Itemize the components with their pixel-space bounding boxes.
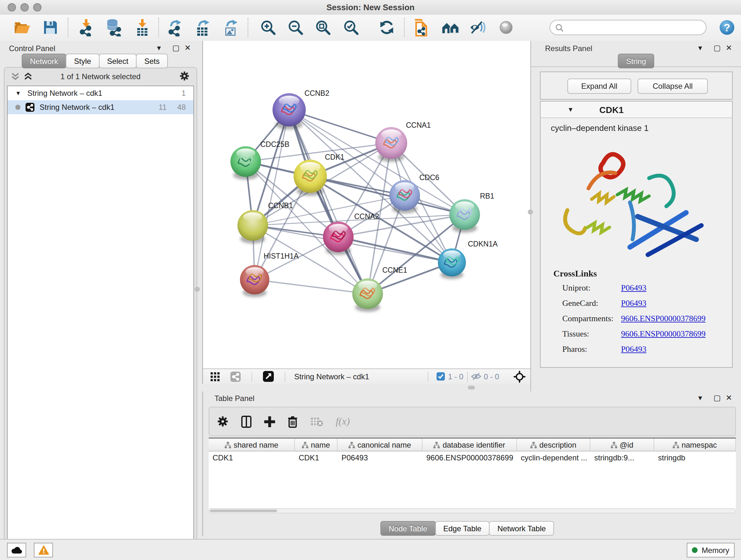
crosslink-value-link[interactable]: 9606.ENSP00000378699	[621, 329, 705, 339]
left-splitter-handle[interactable]	[195, 287, 200, 292]
column-header-description[interactable]: description	[517, 439, 590, 451]
edge-CDC6-CCNB1[interactable]	[253, 195, 405, 226]
tab-string[interactable]: String	[618, 54, 655, 68]
zoom-out-icon[interactable]	[284, 17, 307, 38]
tab-select[interactable]: Select	[98, 54, 137, 68]
expand-all-button[interactable]: Expand All	[567, 78, 631, 94]
column-header-shared-name[interactable]: shared name	[209, 439, 295, 451]
table-panel-title: Table Panel	[214, 394, 254, 403]
nested-network-icon[interactable]	[439, 17, 462, 38]
zoom-selected-icon[interactable]	[340, 17, 362, 38]
cloud-icon	[11, 546, 22, 554]
table-cell[interactable]: stringdb:9...	[590, 451, 654, 463]
column-header-namespac[interactable]: namespac	[654, 439, 736, 451]
column-tree-icon	[434, 442, 440, 448]
node-CCNA1[interactable]	[375, 127, 407, 162]
birds-eye-crosshair-icon[interactable]	[513, 370, 526, 383]
hide-graphics-details-icon[interactable]	[467, 17, 489, 38]
save-session-icon[interactable]	[39, 17, 62, 38]
selected-checkbox-icon[interactable]	[436, 372, 445, 381]
collection-expander-icon[interactable]: ▼	[15, 90, 21, 97]
node-CDC25B[interactable]	[230, 146, 261, 180]
export-table-icon[interactable]	[192, 17, 214, 38]
node-CCNB2[interactable]	[273, 93, 306, 129]
cloud-button[interactable]	[7, 543, 26, 557]
control-panel-close-icon[interactable]: ✕	[185, 44, 191, 52]
show-graphics-details-icon[interactable]	[495, 17, 518, 38]
show-columns-icon[interactable]	[241, 415, 252, 428]
node-CDC6[interactable]	[389, 180, 420, 213]
crosslink-value-link[interactable]: 9606.ENSP00000378699	[621, 314, 705, 324]
collapse-all-button[interactable]: Collapse All	[637, 78, 708, 94]
network-options-gear-icon[interactable]	[179, 71, 190, 81]
tab-network-table[interactable]: Network Table	[489, 521, 554, 536]
first-neighbors-icon[interactable]	[410, 17, 433, 38]
table-cell[interactable]: 9606.ENSP00000378699	[422, 451, 517, 463]
column-header-database-identifier[interactable]: database identifier	[422, 439, 517, 451]
table-panel-close-icon[interactable]: ✕	[726, 394, 732, 401]
export-network-icon[interactable]	[163, 17, 186, 38]
table-settings-gear-icon[interactable]	[217, 416, 228, 427]
column-header-@id[interactable]: @id	[590, 439, 654, 451]
column-header-canonical-name[interactable]: canonical name	[338, 439, 422, 451]
node-CCNA2[interactable]	[323, 222, 354, 255]
detach-view-button[interactable]	[263, 371, 274, 382]
column-header-name[interactable]: name	[295, 439, 338, 451]
node-RB1[interactable]	[449, 199, 480, 233]
horizontal-splitter-handle[interactable]	[468, 386, 475, 389]
zoom-fit-icon[interactable]	[312, 17, 334, 38]
crosslink-value-link[interactable]: P06493	[621, 298, 646, 308]
edge-CCNB2-CCNE1[interactable]	[289, 110, 367, 294]
results-panel-menu-icon[interactable]: ▾	[698, 44, 702, 52]
warning-button[interactable]	[34, 543, 53, 557]
crosslink-value-link[interactable]: P06493	[621, 283, 646, 293]
tab-edge-table[interactable]: Edge Table	[435, 521, 490, 536]
table-cell[interactable]: CDK1	[209, 451, 295, 463]
import-network-from-file-icon[interactable]	[75, 17, 98, 38]
node-CCNB1[interactable]	[238, 210, 268, 244]
string-network-badge-icon	[25, 103, 35, 112]
delete-column-trash-icon[interactable]	[288, 415, 297, 428]
tab-node-table[interactable]: Node Table	[381, 521, 435, 536]
memory-button[interactable]: Memory	[687, 543, 735, 557]
edge-CCNA2-CDKN1A[interactable]	[338, 237, 452, 262]
gene-expander-icon[interactable]: ▼	[567, 106, 574, 113]
node-CCNE1[interactable]	[352, 278, 383, 312]
add-column-icon[interactable]	[264, 415, 275, 428]
edge-HIST1H1A-CCNE1[interactable]	[255, 280, 367, 294]
help-icon[interactable]: ?	[716, 17, 738, 38]
open-session-icon[interactable]	[10, 17, 33, 38]
tab-sets[interactable]: Sets	[136, 54, 168, 68]
crosslink-value-link[interactable]: P06493	[621, 344, 646, 354]
control-panel-float-icon[interactable]: ▢	[172, 44, 180, 52]
import-table-from-file-icon[interactable]	[131, 17, 154, 38]
node-HIST1H1A[interactable]	[240, 265, 269, 297]
import-network-from-database-icon[interactable]	[102, 17, 125, 38]
network-share-view-icon[interactable]	[230, 372, 241, 382]
table-cell[interactable]: stringdb	[654, 451, 736, 463]
tab-style[interactable]: Style	[66, 54, 99, 68]
network-collection-row[interactable]: ▼ String Network – cdk1 1	[8, 86, 193, 100]
zoom-in-icon[interactable]	[257, 17, 280, 38]
table-cell[interactable]: P06493	[338, 451, 422, 463]
hidden-eye-icon[interactable]	[471, 372, 481, 381]
right-splitter-handle[interactable]	[528, 209, 533, 214]
apply-layout-icon[interactable]	[375, 17, 398, 38]
table-panel-menu-icon[interactable]: ▾	[698, 394, 702, 401]
node-CDK1[interactable]	[293, 160, 327, 196]
node-CDKN1A[interactable]	[438, 248, 466, 279]
results-panel-float-icon[interactable]: ▢	[714, 44, 721, 52]
search-input[interactable]	[567, 22, 701, 33]
control-panel-menu-icon[interactable]: ▾	[157, 44, 161, 52]
table-hscrollbar-thumb[interactable]	[210, 509, 277, 512]
table-panel-float-icon[interactable]: ▢	[714, 394, 721, 401]
network-canvas[interactable]: CCNB2CCNA1CDC25BCDK1CDC6RB1CCNB1CCNA2CDK…	[202, 41, 530, 368]
table-cell[interactable]: CDK1	[295, 451, 338, 463]
gene-card-header[interactable]: ▼ CDK1	[541, 102, 732, 118]
export-image-icon[interactable]	[219, 17, 243, 38]
tab-network[interactable]: Network	[22, 54, 66, 68]
network-row-selected[interactable]: String Network – cdk1 11 48	[8, 100, 193, 114]
table-cell[interactable]: cyclin-dependent ...	[517, 451, 590, 463]
grid-view-icon[interactable]	[211, 372, 219, 381]
results-panel-close-icon[interactable]: ✕	[726, 44, 732, 52]
